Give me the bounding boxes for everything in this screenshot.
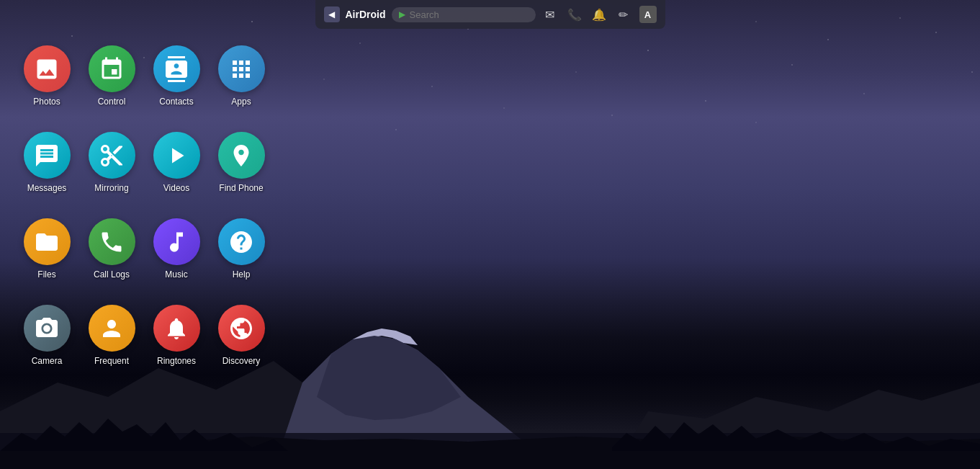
- account-icon[interactable]: A: [639, 6, 657, 23]
- search-bar[interactable]: ▶: [392, 7, 536, 22]
- camera-label: Camera: [32, 356, 63, 366]
- message-icon[interactable]: ✉: [541, 6, 559, 23]
- app-control[interactable]: Control: [79, 40, 144, 126]
- videos-label: Videos: [163, 183, 189, 193]
- back-arrow-icon[interactable]: ◀: [324, 6, 340, 22]
- music-icon: [153, 218, 200, 265]
- findphone-icon: [218, 132, 265, 179]
- app-music[interactable]: Music: [144, 213, 209, 299]
- findphone-label: Find Phone: [219, 183, 263, 193]
- app-findphone[interactable]: Find Phone: [209, 126, 274, 213]
- ringtones-label: Ringtones: [157, 356, 196, 366]
- discovery-label: Discovery: [222, 356, 261, 366]
- photos-icon: [24, 45, 71, 92]
- mirroring-label: Mirroring: [94, 183, 128, 193]
- app-messages[interactable]: Messages: [14, 126, 79, 213]
- frequent-label: Frequent: [94, 356, 129, 366]
- app-grid: Photos Control Contacts Apps: [14, 40, 274, 385]
- app-calllogs[interactable]: Call Logs: [79, 213, 144, 299]
- app-contacts[interactable]: Contacts: [144, 40, 209, 126]
- contacts-icon: [153, 45, 200, 92]
- app-apps[interactable]: Apps: [209, 40, 274, 126]
- help-label: Help: [233, 269, 251, 280]
- calllogs-icon: [89, 218, 135, 265]
- app-files[interactable]: Files: [14, 213, 79, 299]
- app-discovery[interactable]: Discovery: [209, 299, 274, 385]
- control-label: Control: [98, 97, 126, 107]
- app-photos[interactable]: Photos: [14, 40, 79, 126]
- app-camera[interactable]: Camera: [14, 299, 79, 385]
- ringtones-icon: [153, 305, 200, 352]
- app-help[interactable]: Help: [209, 213, 274, 299]
- messages-icon: [24, 132, 71, 179]
- apps-icon: [218, 45, 265, 92]
- app-ringtones[interactable]: Ringtones: [144, 299, 209, 385]
- photos-label: Photos: [33, 97, 60, 107]
- contacts-label: Contacts: [159, 97, 193, 107]
- play-store-icon: ▶: [399, 9, 405, 19]
- mirroring-icon: [89, 132, 135, 179]
- app-frequent[interactable]: Frequent: [79, 299, 144, 385]
- app-logo: AirDroid: [346, 9, 386, 20]
- calllogs-label: Call Logs: [94, 269, 130, 280]
- videos-icon: [153, 132, 200, 179]
- help-icon: [218, 218, 265, 265]
- apps-label: Apps: [231, 97, 251, 107]
- top-navigation-bar: ◀ AirDroid ▶ ✉ 📞 🔔 ✏ A: [315, 0, 665, 29]
- files-label: Files: [37, 269, 55, 280]
- frequent-icon: [89, 305, 135, 352]
- app-mirroring[interactable]: Mirroring: [79, 126, 144, 213]
- notification-icon[interactable]: 🔔: [590, 6, 608, 23]
- camera-icon: [24, 305, 71, 352]
- app-videos[interactable]: Videos: [144, 126, 209, 213]
- files-icon: [24, 218, 71, 265]
- search-input[interactable]: [410, 9, 518, 20]
- discovery-icon: [218, 305, 265, 352]
- logo-text: AirDroid: [346, 9, 386, 20]
- edit-icon[interactable]: ✏: [615, 6, 632, 23]
- phone-icon[interactable]: 📞: [566, 6, 583, 23]
- music-label: Music: [165, 269, 187, 280]
- messages-label: Messages: [27, 183, 67, 193]
- control-icon: [89, 45, 135, 92]
- top-bar-action-icons: ✉ 📞 🔔 ✏ A: [541, 6, 657, 23]
